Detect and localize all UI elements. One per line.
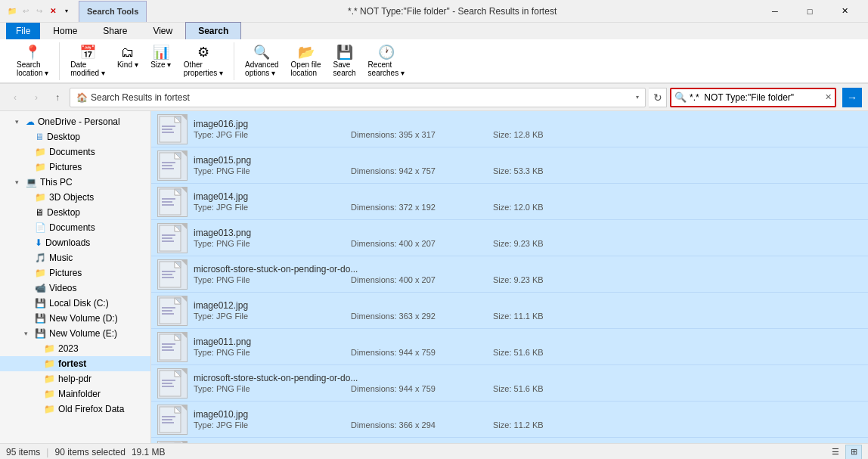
file-type: Type: PNG File xyxy=(194,239,345,248)
file-row[interactable]: image009.png Type: PNG File Dimensions: … xyxy=(151,438,868,443)
sidebar-item-dvold[interactable]: 💾 New Volume (D:) xyxy=(0,311,150,326)
ribbon-btn-save[interactable]: 💾 Savesearch xyxy=(329,44,361,79)
minimize-button[interactable]: ─ xyxy=(758,0,792,23)
redo-icon[interactable]: ↪ xyxy=(33,5,45,17)
ribbon-btn-recent-label: Recentsearches ▾ xyxy=(368,60,405,77)
svg-rect-23 xyxy=(162,240,174,242)
ribbon-btn-location[interactable]: 📍 Searchlocation ▾ xyxy=(12,44,53,79)
ribbon-btn-open-label: Open filelocation xyxy=(291,60,321,77)
undo-icon[interactable]: ↩ xyxy=(20,5,32,17)
ribbon-btn-date-label: Datemodified ▾ xyxy=(70,60,105,77)
desktop-icon: 🖥 xyxy=(35,132,44,142)
file-size: Size: 11.1 KB xyxy=(493,312,584,321)
svg-rect-51 xyxy=(162,416,175,417)
tab-view[interactable]: View xyxy=(140,23,185,39)
search-go-button[interactable]: → xyxy=(842,88,862,107)
sidebar-label: Videos xyxy=(49,283,76,293)
sidebar-item-pictures[interactable]: 📁 Pictures xyxy=(0,265,150,281)
close-button[interactable]: ✕ xyxy=(827,0,862,23)
qat-dropdown[interactable]: ▾ xyxy=(60,5,73,17)
address-bar: ‹ › ↑ 🏠 Search Results in fortest ▾ ↻ 🔍 … xyxy=(0,84,868,111)
file-dimensions: Dimensions: 372 x 192 xyxy=(351,203,487,212)
search-box[interactable]: 🔍 ✕ xyxy=(670,88,836,107)
file-dimensions: Dimensions: 400 x 207 xyxy=(351,239,487,248)
file-row[interactable]: image011.png Type: PNG File Dimensions: … xyxy=(151,329,868,365)
ribbon-btn-advanced[interactable]: 🔍 Advancedoptions ▾ xyxy=(240,44,283,79)
tab-search[interactable]: Search xyxy=(185,22,241,39)
tab-file[interactable]: File xyxy=(6,23,40,39)
file-size: Size: 51.6 KB xyxy=(493,384,584,393)
refresh-button[interactable]: ↻ xyxy=(649,88,667,107)
save-icon: 💾 xyxy=(336,45,353,59)
selected-size: 19.1 MB xyxy=(132,447,166,457)
sidebar-item-desktop[interactable]: 🖥 Desktop xyxy=(0,205,150,220)
file-row[interactable]: image014.jpg Type: JPG File Dimensions: … xyxy=(151,184,868,220)
sidebar-item-helppdr[interactable]: 📁 help-pdr xyxy=(0,371,150,386)
file-row[interactable]: image016.jpg Type: JPG File Dimensions: … xyxy=(151,111,868,147)
sidebar-item-downloads[interactable]: ⬇ Downloads xyxy=(0,235,150,250)
file-info: microsoft-store-stuck-on-pending-or-do..… xyxy=(194,264,862,284)
file-info: image010.jpg Type: JPG File Dimensions: … xyxy=(194,409,862,430)
file-name: image016.jpg xyxy=(194,119,862,129)
ribbon-btn-recent[interactable]: 🕐 Recentsearches ▾ xyxy=(364,44,409,79)
up-button[interactable]: ↑ xyxy=(48,88,67,107)
file-row[interactable]: image010.jpg Type: JPG File Dimensions: … xyxy=(151,402,868,438)
ribbon-btn-kind[interactable]: 🗂 Kind ▾ xyxy=(113,44,143,79)
sidebar-item-dve[interactable]: ▾ 💾 New Volume (E:) xyxy=(0,326,150,341)
sidebar-item-od-desktop[interactable]: 🖥 Desktop xyxy=(0,129,150,144)
file-row[interactable]: image015.png Type: PNG File Dimensions: … xyxy=(151,147,868,184)
address-box[interactable]: 🏠 Search Results in fortest ▾ xyxy=(70,88,646,107)
sidebar-label: Local Disk (C:) xyxy=(49,298,109,309)
sidebar-item-od-documents[interactable]: 📁 Documents xyxy=(0,144,150,160)
file-dimensions: Dimensions: 400 x 207 xyxy=(351,275,487,284)
list-view-button[interactable]: ☰ xyxy=(827,445,844,460)
ribbon-btn-size-label: Size ▾ xyxy=(150,60,171,69)
ribbon-group-nav: 📍 Searchlocation ▾ xyxy=(6,42,60,80)
file-name: microsoft-store-stuck-on-pending-or-do..… xyxy=(194,264,862,274)
ribbon-tab-bar: File Home Share View Search xyxy=(0,23,868,39)
clear-search-icon[interactable]: ✕ xyxy=(825,92,832,102)
folder-icon-small: 📁 xyxy=(6,5,18,17)
dropdown-arrow[interactable]: ▾ xyxy=(636,94,639,101)
search-input[interactable] xyxy=(690,92,825,103)
file-row[interactable]: microsoft-store-stuck-on-pending-or-do..… xyxy=(151,365,868,402)
file-row[interactable]: image013.png Type: PNG File Dimensions: … xyxy=(151,220,868,256)
search-tools-tab[interactable]: Search Tools xyxy=(79,1,147,22)
tab-share[interactable]: Share xyxy=(90,23,140,39)
date-icon: 📅 xyxy=(79,45,96,59)
sidebar-item-onedrive[interactable]: ▾ ☁ OneDrive - Personal xyxy=(0,114,150,129)
sidebar-item-mainfolder[interactable]: 📁 Mainfolder xyxy=(0,386,150,402)
sidebar-item-documents[interactable]: 📄 Documents xyxy=(0,220,150,235)
ribbon-btn-date[interactable]: 📅 Datemodified ▾ xyxy=(66,44,110,79)
ribbon-btn-open-location[interactable]: 📂 Open filelocation xyxy=(287,44,326,79)
sidebar-item-thispc[interactable]: ▾ 💻 This PC xyxy=(0,175,150,190)
toolbar-icons: 📁 ↩ ↪ ✕ ▾ xyxy=(6,5,73,17)
expand-arrow: ▾ xyxy=(15,178,23,186)
details-view-button[interactable]: ⊞ xyxy=(845,445,862,460)
file-row[interactable]: image012.jpg Type: JPG File Dimensions: … xyxy=(151,293,868,329)
sidebar-item-music[interactable]: 🎵 Music xyxy=(0,250,150,265)
delete-icon[interactable]: ✕ xyxy=(47,5,59,17)
sidebar-item-fortest[interactable]: 📁 fortest xyxy=(0,356,150,371)
ribbon-btn-size[interactable]: 📊 Size ▾ xyxy=(146,44,176,79)
svg-rect-53 xyxy=(162,422,174,423)
sidebar-item-oldfirefix[interactable]: 📁 Old Firefox Data xyxy=(0,402,150,417)
tab-home[interactable]: Home xyxy=(40,23,90,39)
forward-button[interactable]: › xyxy=(27,88,45,107)
maximize-button[interactable]: □ xyxy=(792,0,827,23)
file-thumbnail xyxy=(157,296,188,326)
file-dimensions: Dimensions: 942 x 757 xyxy=(351,166,487,175)
svg-rect-10 xyxy=(162,165,172,166)
sidebar-item-od-pictures[interactable]: 📁 Pictures xyxy=(0,160,150,175)
file-type: Type: PNG File xyxy=(194,166,345,175)
back-button[interactable]: ‹ xyxy=(6,88,24,107)
sidebar-item-3d[interactable]: 📁 3D Objects xyxy=(0,190,150,205)
file-row[interactable]: microsoft-store-stuck-on-pending-or-do..… xyxy=(151,256,868,293)
sidebar-item-2023[interactable]: 📁 2023 xyxy=(0,341,150,356)
svg-rect-21 xyxy=(162,234,175,236)
ribbon-btn-other[interactable]: ⚙ Otherproperties ▾ xyxy=(179,44,228,79)
sidebar-item-localdisk[interactable]: 💾 Local Disk (C:) xyxy=(0,296,150,311)
file-type: Type: JPG File xyxy=(194,420,345,430)
sidebar-item-videos[interactable]: 📹 Videos xyxy=(0,281,150,296)
window-controls: ─ □ ✕ xyxy=(758,0,862,23)
